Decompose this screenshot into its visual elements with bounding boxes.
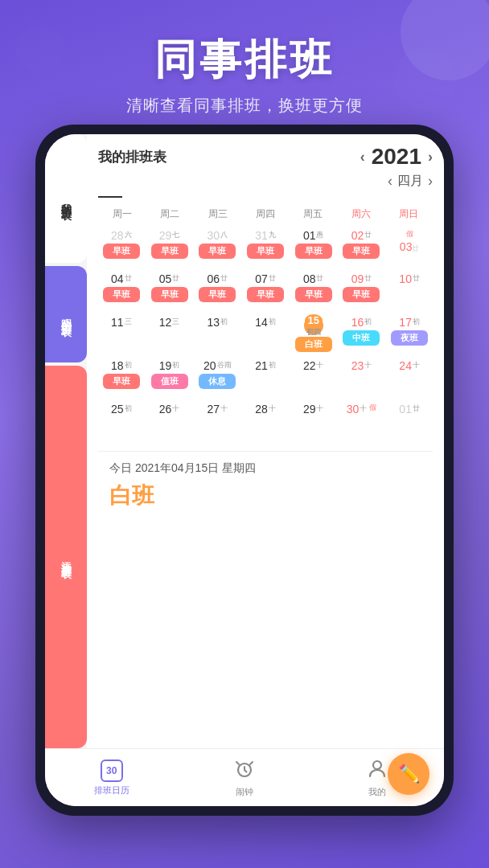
next-month-button[interactable]: ›: [428, 173, 433, 190]
day-cell-12[interactable]: 12三: [146, 314, 193, 356]
day-cell-28[interactable]: 28六 早班: [98, 227, 145, 269]
day-cell-02[interactable]: 02廿 早班: [339, 227, 385, 269]
day-cell-18[interactable]: 18初 早班: [98, 358, 145, 399]
day-cell-20[interactable]: 20谷雨 休息: [194, 358, 240, 399]
day-cell-01[interactable]: 01愚 早班: [290, 227, 337, 269]
day-cell-17[interactable]: 17初 夜班: [386, 314, 433, 356]
day-cell-16[interactable]: 16初 中班: [339, 314, 385, 356]
shift-badge: 早班: [103, 244, 140, 259]
sidebar: 我的排班表 小明的排班表 添加排班表: [45, 134, 87, 748]
day-cell-01-may[interactable]: 01廿: [386, 401, 433, 443]
day-cell-13[interactable]: 13初: [194, 314, 240, 356]
day-cell-22[interactable]: 22十: [290, 358, 337, 399]
day-cell-06[interactable]: 06廿 早班: [194, 271, 240, 313]
sidebar-item-xiaoming-schedule[interactable]: 小明的排班表: [45, 266, 87, 362]
user-icon: [367, 758, 388, 784]
divider: [98, 196, 122, 198]
day-cell-10[interactable]: 10廿: [386, 271, 433, 313]
day-cell-04[interactable]: 04廿 早班: [98, 271, 145, 313]
weekday-tue: 周二: [146, 206, 193, 223]
weekday-thu: 周四: [241, 206, 289, 223]
today-info-section: 今日 2021年04月15日 星期四 白班: [98, 451, 433, 521]
day-cell-28b[interactable]: 28十: [242, 401, 289, 443]
nav-label-alarm: 闹钟: [236, 786, 253, 798]
day-cell-31[interactable]: 31九 早班: [242, 227, 289, 269]
day-cell-27[interactable]: 27十: [194, 401, 240, 443]
shift-badge: 早班: [151, 287, 188, 302]
weekday-wed: 周三: [194, 206, 241, 223]
day-cell-29[interactable]: 29七 早班: [146, 227, 193, 269]
bottom-nav: 30 排班日历 闹钟: [45, 748, 444, 806]
shift-badge: 早班: [103, 374, 140, 389]
year-nav: ‹ 2021 ›: [360, 144, 433, 170]
shift-badge: 早班: [295, 287, 332, 302]
weekday-mon: 周一: [98, 206, 146, 223]
phone-inner: 我的排班表 小明的排班表 添加排班表 我的排班表 ‹ 2021 ›: [45, 134, 444, 806]
weekday-sat: 周六: [337, 206, 384, 223]
sidebar-item-add-schedule[interactable]: 添加排班表: [45, 366, 87, 748]
day-cell-05[interactable]: 05廿 早班: [146, 271, 193, 313]
nav-item-calendar[interactable]: 30 排班日历: [45, 760, 178, 796]
shift-badge: 早班: [199, 244, 236, 259]
calendar-header: 我的排班表 ‹ 2021 ›: [98, 144, 433, 170]
svg-point-1: [373, 761, 381, 769]
shift-badge-today: 白班: [295, 337, 332, 352]
day-cell-15-today[interactable]: 15 初四 白班: [290, 314, 337, 356]
day-cell-29b[interactable]: 29十: [290, 401, 337, 443]
shift-badge: 早班: [343, 287, 380, 302]
month-label: 四月: [397, 173, 423, 190]
shift-badge: 早班: [247, 244, 284, 259]
shift-badge: 值班: [151, 374, 188, 389]
day-cell-11[interactable]: 11三: [98, 314, 145, 356]
today-date-label: 今日 2021年04月15日 星期四: [109, 461, 421, 476]
shift-badge: 早班: [151, 244, 188, 259]
shift-badge: 早班: [247, 287, 284, 302]
day-cell-23[interactable]: 23十: [339, 358, 385, 399]
day-cell-14[interactable]: 14初: [242, 314, 289, 356]
prev-year-button[interactable]: ‹: [360, 149, 365, 166]
shift-badge: 早班: [295, 244, 332, 259]
app-content: 我的排班表 小明的排班表 添加排班表 我的排班表 ‹ 2021 ›: [45, 134, 444, 748]
calendar-nav-icon: 30: [101, 760, 123, 782]
calendar-grid: 28六 早班 29七 早班 30八 早班 31九 早班: [98, 227, 433, 443]
today-shift-label: 白班: [109, 481, 421, 511]
year-label: 2021: [372, 144, 421, 170]
nav-label-mine: 我的: [368, 786, 386, 798]
shift-badge: 早班: [343, 244, 380, 259]
sidebar-item-my-schedule[interactable]: 我的排班表: [45, 134, 87, 263]
next-year-button[interactable]: ›: [428, 149, 433, 166]
shift-badge: 早班: [103, 287, 140, 302]
day-cell-08[interactable]: 08廿 早班: [290, 271, 337, 313]
prev-month-button[interactable]: ‹: [388, 173, 392, 190]
day-cell-09[interactable]: 09廿 早班: [339, 271, 385, 313]
shift-badge: 夜班: [391, 330, 428, 346]
month-nav: ‹ 四月 ›: [98, 173, 433, 190]
fab-button[interactable]: ✏️: [388, 753, 429, 795]
day-cell-24[interactable]: 24十: [386, 358, 433, 399]
day-cell-26[interactable]: 26十: [146, 401, 193, 443]
day-cell-30[interactable]: 30八 早班: [194, 227, 240, 269]
day-cell-25[interactable]: 25初: [98, 401, 145, 443]
weekday-sun: 周日: [385, 206, 433, 223]
weekday-row: 周一 周二 周三 周四 周五 周六 周日: [98, 206, 433, 223]
nav-item-alarm[interactable]: 闹钟: [178, 758, 310, 798]
phone-mockup: 我的排班表 小明的排班表 添加排班表 我的排班表 ‹ 2021 ›: [35, 125, 454, 816]
weekday-fri: 周五: [290, 206, 337, 223]
day-cell-19[interactable]: 19初 值班: [146, 358, 193, 399]
calendar-area: 我的排班表 ‹ 2021 › ‹ 四月 › 周一 周: [87, 134, 444, 748]
day-cell-07[interactable]: 07廿 早班: [242, 271, 289, 313]
shift-badge: 休息: [199, 374, 236, 389]
day-cell-21[interactable]: 21初: [242, 358, 289, 399]
day-cell-30b[interactable]: 30十 假: [339, 401, 385, 443]
nav-label-calendar: 排班日历: [94, 784, 129, 796]
alarm-icon: [234, 758, 255, 784]
shift-badge: 早班: [199, 287, 236, 302]
day-cell-03[interactable]: 假 03廿: [386, 227, 433, 269]
calendar-title: 我的排班表: [98, 148, 166, 166]
shift-badge: 中班: [343, 330, 380, 346]
